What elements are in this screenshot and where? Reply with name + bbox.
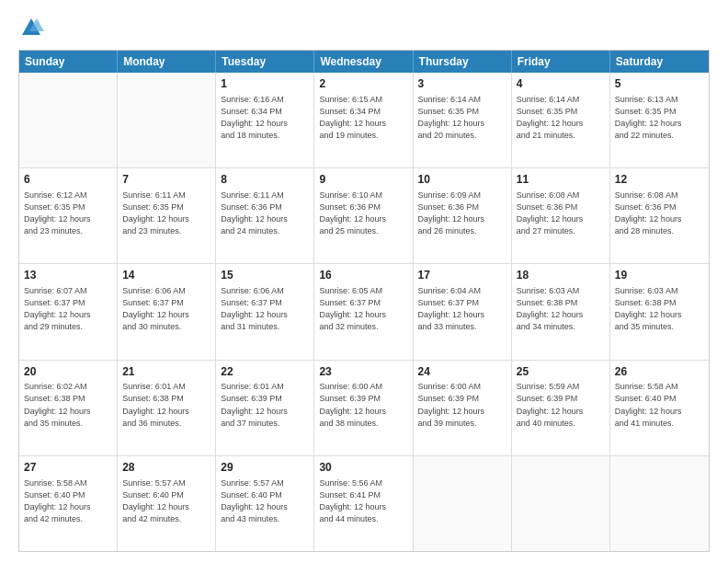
day-info: Sunrise: 5:59 AMSunset: 6:39 PMDaylight:… bbox=[517, 381, 605, 429]
page: SundayMondayTuesdayWednesdayThursdayFrid… bbox=[0, 0, 728, 563]
calendar-body: 1Sunrise: 6:16 AMSunset: 6:34 PMDaylight… bbox=[19, 73, 709, 551]
calendar-cell bbox=[610, 456, 709, 551]
day-number: 26 bbox=[615, 364, 704, 380]
calendar-row: 1Sunrise: 6:16 AMSunset: 6:34 PMDaylight… bbox=[19, 73, 709, 168]
day-of-week-header: Saturday bbox=[610, 51, 709, 73]
day-number: 25 bbox=[517, 364, 605, 380]
calendar-row: 6Sunrise: 6:12 AMSunset: 6:35 PMDaylight… bbox=[19, 168, 709, 264]
day-number: 13 bbox=[24, 268, 112, 283]
day-info: Sunrise: 6:14 AMSunset: 6:35 PMDaylight:… bbox=[418, 94, 506, 142]
calendar-cell: 22Sunrise: 6:01 AMSunset: 6:39 PMDayligh… bbox=[216, 361, 314, 455]
day-number: 24 bbox=[418, 364, 506, 380]
day-number: 11 bbox=[517, 172, 605, 188]
calendar-cell: 1Sunrise: 6:16 AMSunset: 6:34 PMDaylight… bbox=[216, 73, 314, 167]
day-info: Sunrise: 6:08 AMSunset: 6:36 PMDaylight:… bbox=[615, 190, 704, 237]
calendar-row: 20Sunrise: 6:02 AMSunset: 6:38 PMDayligh… bbox=[19, 361, 709, 456]
day-info: Sunrise: 6:12 AMSunset: 6:35 PMDaylight:… bbox=[24, 190, 112, 237]
day-info: Sunrise: 6:06 AMSunset: 6:37 PMDaylight:… bbox=[221, 285, 309, 333]
calendar-row: 27Sunrise: 5:58 AMSunset: 6:40 PMDayligh… bbox=[19, 456, 709, 551]
day-number: 22 bbox=[221, 364, 309, 380]
calendar-cell: 10Sunrise: 6:09 AMSunset: 6:36 PMDayligh… bbox=[414, 168, 512, 263]
day-number: 14 bbox=[122, 268, 210, 283]
day-info: Sunrise: 6:05 AMSunset: 6:37 PMDaylight:… bbox=[319, 285, 407, 333]
day-number: 17 bbox=[418, 268, 506, 283]
day-of-week-header: Tuesday bbox=[216, 51, 314, 73]
calendar-cell bbox=[414, 456, 512, 551]
calendar: SundayMondayTuesdayWednesdayThursdayFrid… bbox=[18, 50, 710, 552]
day-number: 30 bbox=[319, 460, 407, 476]
calendar-cell: 23Sunrise: 6:00 AMSunset: 6:39 PMDayligh… bbox=[314, 361, 413, 455]
calendar-cell: 27Sunrise: 5:58 AMSunset: 6:40 PMDayligh… bbox=[19, 456, 118, 551]
calendar-cell: 24Sunrise: 6:00 AMSunset: 6:39 PMDayligh… bbox=[414, 361, 512, 455]
day-number: 27 bbox=[24, 460, 112, 476]
calendar-cell: 6Sunrise: 6:12 AMSunset: 6:35 PMDaylight… bbox=[19, 168, 118, 263]
day-number: 19 bbox=[615, 268, 704, 283]
day-info: Sunrise: 6:15 AMSunset: 6:34 PMDaylight:… bbox=[319, 94, 407, 142]
day-info: Sunrise: 6:03 AMSunset: 6:38 PMDaylight:… bbox=[517, 285, 605, 333]
day-of-week-header: Thursday bbox=[414, 51, 512, 73]
calendar-cell: 12Sunrise: 6:08 AMSunset: 6:36 PMDayligh… bbox=[610, 168, 709, 263]
day-info: Sunrise: 5:58 AMSunset: 6:40 PMDaylight:… bbox=[24, 477, 112, 525]
calendar-cell bbox=[19, 73, 118, 167]
day-of-week-header: Friday bbox=[512, 51, 610, 73]
calendar-cell: 21Sunrise: 6:01 AMSunset: 6:38 PMDayligh… bbox=[118, 361, 216, 455]
day-info: Sunrise: 5:58 AMSunset: 6:40 PMDaylight:… bbox=[615, 381, 704, 429]
day-info: Sunrise: 6:03 AMSunset: 6:38 PMDaylight:… bbox=[615, 285, 704, 333]
calendar-cell: 19Sunrise: 6:03 AMSunset: 6:38 PMDayligh… bbox=[610, 264, 709, 359]
calendar-cell: 15Sunrise: 6:06 AMSunset: 6:37 PMDayligh… bbox=[216, 264, 314, 359]
day-info: Sunrise: 6:11 AMSunset: 6:35 PMDaylight:… bbox=[122, 190, 210, 237]
day-info: Sunrise: 6:16 AMSunset: 6:34 PMDaylight:… bbox=[221, 94, 309, 142]
day-info: Sunrise: 6:06 AMSunset: 6:37 PMDaylight:… bbox=[122, 285, 210, 333]
calendar-cell: 16Sunrise: 6:05 AMSunset: 6:37 PMDayligh… bbox=[314, 264, 413, 359]
day-of-week-header: Wednesday bbox=[314, 51, 413, 73]
day-number: 12 bbox=[615, 172, 704, 188]
day-info: Sunrise: 6:00 AMSunset: 6:39 PMDaylight:… bbox=[418, 381, 506, 429]
calendar-cell: 25Sunrise: 5:59 AMSunset: 6:39 PMDayligh… bbox=[512, 361, 610, 455]
day-info: Sunrise: 5:57 AMSunset: 6:40 PMDaylight:… bbox=[122, 477, 210, 525]
calendar-cell: 3Sunrise: 6:14 AMSunset: 6:35 PMDaylight… bbox=[414, 73, 512, 167]
day-info: Sunrise: 6:11 AMSunset: 6:36 PMDaylight:… bbox=[221, 190, 309, 237]
day-of-week-header: Sunday bbox=[19, 51, 118, 73]
calendar-row: 13Sunrise: 6:07 AMSunset: 6:37 PMDayligh… bbox=[19, 264, 709, 360]
day-number: 2 bbox=[319, 76, 407, 92]
calendar-cell bbox=[118, 73, 216, 167]
day-info: Sunrise: 6:13 AMSunset: 6:35 PMDaylight:… bbox=[615, 94, 704, 142]
day-info: Sunrise: 6:01 AMSunset: 6:38 PMDaylight:… bbox=[122, 381, 210, 429]
calendar-cell: 14Sunrise: 6:06 AMSunset: 6:37 PMDayligh… bbox=[118, 264, 216, 359]
calendar-cell: 26Sunrise: 5:58 AMSunset: 6:40 PMDayligh… bbox=[610, 361, 709, 455]
calendar-cell: 13Sunrise: 6:07 AMSunset: 6:37 PMDayligh… bbox=[19, 264, 118, 359]
logo-icon bbox=[18, 15, 44, 40]
day-number: 16 bbox=[319, 268, 407, 283]
calendar-cell: 7Sunrise: 6:11 AMSunset: 6:35 PMDaylight… bbox=[118, 168, 216, 263]
day-info: Sunrise: 6:14 AMSunset: 6:35 PMDaylight:… bbox=[517, 94, 605, 142]
day-number: 21 bbox=[122, 364, 210, 380]
calendar-cell bbox=[512, 456, 610, 551]
day-number: 10 bbox=[418, 172, 506, 188]
day-number: 7 bbox=[122, 172, 210, 188]
day-info: Sunrise: 5:57 AMSunset: 6:40 PMDaylight:… bbox=[221, 477, 309, 525]
day-number: 20 bbox=[24, 364, 112, 380]
calendar-cell: 30Sunrise: 5:56 AMSunset: 6:41 PMDayligh… bbox=[314, 456, 413, 551]
day-info: Sunrise: 6:07 AMSunset: 6:37 PMDaylight:… bbox=[24, 285, 112, 333]
calendar-cell: 9Sunrise: 6:10 AMSunset: 6:36 PMDaylight… bbox=[314, 168, 413, 263]
day-number: 5 bbox=[615, 76, 704, 92]
calendar-header: SundayMondayTuesdayWednesdayThursdayFrid… bbox=[19, 51, 709, 73]
day-info: Sunrise: 6:01 AMSunset: 6:39 PMDaylight:… bbox=[221, 381, 309, 429]
day-number: 18 bbox=[517, 268, 605, 283]
logo bbox=[18, 15, 48, 40]
calendar-cell: 28Sunrise: 5:57 AMSunset: 6:40 PMDayligh… bbox=[118, 456, 216, 551]
day-of-week-header: Monday bbox=[118, 51, 216, 73]
day-info: Sunrise: 6:08 AMSunset: 6:36 PMDaylight:… bbox=[517, 190, 605, 237]
day-number: 4 bbox=[517, 76, 605, 92]
day-info: Sunrise: 6:00 AMSunset: 6:39 PMDaylight:… bbox=[319, 381, 407, 429]
day-number: 8 bbox=[221, 172, 309, 188]
calendar-cell: 18Sunrise: 6:03 AMSunset: 6:38 PMDayligh… bbox=[512, 264, 610, 359]
day-info: Sunrise: 6:10 AMSunset: 6:36 PMDaylight:… bbox=[319, 190, 407, 237]
day-info: Sunrise: 6:02 AMSunset: 6:38 PMDaylight:… bbox=[24, 381, 112, 429]
calendar-cell: 8Sunrise: 6:11 AMSunset: 6:36 PMDaylight… bbox=[216, 168, 314, 263]
calendar-cell: 5Sunrise: 6:13 AMSunset: 6:35 PMDaylight… bbox=[610, 73, 709, 167]
day-number: 6 bbox=[24, 172, 112, 188]
calendar-cell: 4Sunrise: 6:14 AMSunset: 6:35 PMDaylight… bbox=[512, 73, 610, 167]
day-info: Sunrise: 5:56 AMSunset: 6:41 PMDaylight:… bbox=[319, 477, 407, 525]
header bbox=[18, 15, 710, 40]
